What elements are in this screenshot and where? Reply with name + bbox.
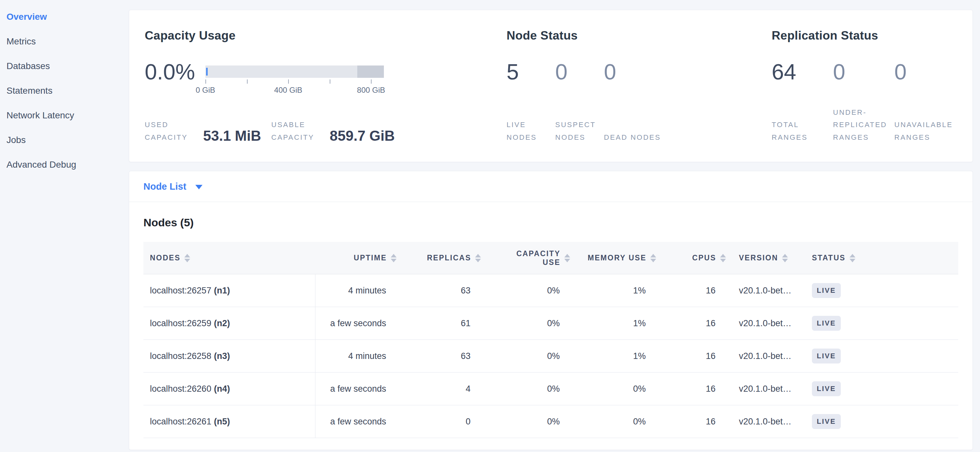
sidebar-item-statements[interactable]: Statements (0, 78, 129, 103)
sort-icon (391, 254, 396, 262)
axis-label-800gib: 800 GiB (357, 86, 385, 95)
column-header-capacity-use[interactable]: CAPACITY USE (481, 249, 570, 267)
uptime-cell: 4 minutes (315, 285, 396, 296)
sort-icon (184, 254, 190, 262)
capacity-bar (205, 65, 384, 78)
nodes-table: NODES UPTIME REPLICAS CAPACITY USE (143, 242, 958, 438)
capacity-use-cell: 0% (481, 285, 570, 296)
table-row: localhost:26261(n5) a few seconds 0 0% 0… (143, 405, 958, 438)
sort-icon (850, 254, 855, 262)
node-id: (n2) (214, 319, 230, 328)
capacity-usage-title: Capacity Usage (145, 29, 507, 43)
dead-nodes-count: 0 (604, 61, 616, 83)
sidebar: Overview Metrics Databases Statements Ne… (0, 0, 129, 452)
nodes-table-card: Nodes (5) NODES UPTIME REPLICAS (129, 202, 973, 450)
capacity-percent: 0.0% (145, 61, 195, 83)
capacity-use-cell: 0% (481, 384, 570, 394)
uptime-cell: 4 minutes (315, 351, 396, 361)
column-header-memory-use[interactable]: MEMORY USE (570, 254, 656, 262)
uptime-cell: a few seconds (315, 319, 396, 328)
used-capacity-stat: USED CAPACITY 53.1 MiB (145, 119, 271, 144)
replication-status-section: Replication Status 64 0 0 TOTAL RANGES U… (772, 29, 972, 144)
memory-use-cell: 1% (570, 319, 656, 328)
uptime-cell: a few seconds (315, 417, 396, 427)
capacity-bar-used-marker (206, 68, 208, 76)
capacity-bar-reserved-segment (357, 65, 384, 78)
node-address: localhost:26257 (150, 285, 211, 296)
status-badge: LIVE (812, 349, 841, 363)
node-id: (n4) (214, 384, 230, 394)
total-ranges-count: 64 (772, 61, 833, 83)
axis-label-0gib: 0 GiB (196, 86, 215, 95)
cpus-cell: 16 (656, 417, 726, 427)
used-capacity-value: 53.1 MiB (203, 129, 261, 143)
replicas-cell: 0 (396, 417, 481, 427)
table-row: localhost:26259(n2) a few seconds 61 0% … (143, 307, 958, 340)
sidebar-item-metrics[interactable]: Metrics (0, 29, 129, 54)
replicas-cell: 61 (396, 319, 481, 328)
capacity-usage-section: Capacity Usage 0.0% (145, 29, 507, 144)
column-header-cpus[interactable]: CPUS (656, 254, 726, 262)
capacity-use-cell: 0% (481, 417, 570, 427)
uptime-cell: a few seconds (315, 384, 396, 394)
table-row: localhost:26260(n4) a few seconds 4 0% 0… (143, 373, 958, 405)
node-address: localhost:26260 (150, 384, 211, 394)
node-id: (n3) (214, 351, 230, 361)
status-badge: LIVE (812, 381, 841, 396)
sidebar-item-network-latency[interactable]: Network Latency (0, 103, 129, 128)
cpus-cell: 16 (656, 384, 726, 394)
unavailable-ranges-count: 0 (894, 61, 907, 83)
suspect-nodes-count: 0 (555, 61, 604, 83)
node-id: (n1) (214, 285, 230, 296)
dead-nodes-label: DEAD NODES (604, 131, 661, 144)
table-row: localhost:26257(n1) 4 minutes 63 0% 1% 1… (143, 274, 958, 307)
sidebar-item-databases[interactable]: Databases (0, 54, 129, 78)
column-header-uptime[interactable]: UPTIME (315, 254, 396, 262)
sidebar-item-advanced-debug[interactable]: Advanced Debug (0, 152, 129, 177)
replicas-cell: 63 (396, 351, 481, 361)
sort-icon (475, 254, 481, 262)
sort-icon (564, 254, 570, 262)
live-nodes-count: 5 (507, 61, 555, 83)
overview-page: Overview Metrics Databases Statements Ne… (0, 0, 980, 452)
version-cell: v20.1.0-bet… (726, 319, 805, 328)
status-badge: LIVE (812, 316, 841, 331)
version-cell: v20.1.0-bet… (726, 285, 805, 296)
table-row: localhost:26258(n3) 4 minutes 63 0% 1% 1… (143, 340, 958, 373)
replicas-cell: 4 (396, 384, 481, 394)
sort-icon (782, 254, 788, 262)
version-cell: v20.1.0-bet… (726, 351, 805, 361)
column-header-replicas[interactable]: REPLICAS (396, 254, 481, 262)
capacity-use-cell: 0% (481, 351, 570, 361)
memory-use-cell: 1% (570, 285, 656, 296)
view-selector-bar: Node List (129, 171, 973, 202)
live-nodes-label: LIVE NODES (507, 119, 555, 144)
node-id: (n5) (214, 417, 230, 427)
node-status-title: Node Status (507, 29, 772, 43)
sort-icon (720, 254, 726, 262)
used-capacity-label: USED CAPACITY (145, 119, 203, 144)
status-badge: LIVE (812, 414, 841, 429)
unavailable-ranges-label: UNAVAILABLE RANGES (894, 119, 972, 144)
version-cell: v20.1.0-bet… (726, 417, 805, 427)
cpus-cell: 16 (656, 285, 726, 296)
memory-use-cell: 0% (570, 384, 656, 394)
column-header-status[interactable]: STATUS (805, 254, 870, 262)
axis-label-400gib: 400 GiB (274, 86, 302, 95)
memory-use-cell: 0% (570, 417, 656, 427)
sidebar-item-overview[interactable]: Overview (0, 5, 129, 29)
total-ranges-label: TOTAL RANGES (772, 119, 833, 144)
capacity-axis-ticks (205, 78, 384, 84)
main-content: Capacity Usage 0.0% (129, 0, 980, 452)
node-address: localhost:26259 (150, 319, 211, 328)
column-header-version[interactable]: VERSION (726, 254, 805, 262)
memory-use-cell: 1% (570, 351, 656, 361)
sidebar-item-jobs[interactable]: Jobs (0, 128, 129, 152)
usable-capacity-label: USABLE CAPACITY (271, 119, 330, 144)
node-status-section: Node Status 5 0 0 LIVE NODES SUSPECT NOD… (507, 29, 772, 144)
node-list-dropdown[interactable]: Node List (143, 181, 202, 192)
column-header-nodes[interactable]: NODES (143, 254, 315, 262)
nodes-table-header: NODES UPTIME REPLICAS CAPACITY USE (143, 242, 958, 274)
status-badge: LIVE (812, 283, 841, 298)
cpus-cell: 16 (656, 351, 726, 361)
